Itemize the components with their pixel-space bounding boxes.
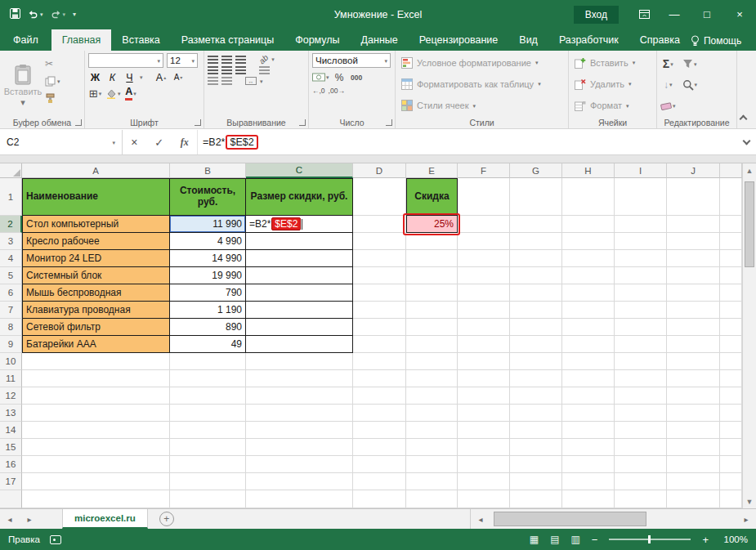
cell-A5[interactable]: Системный блок <box>22 267 170 284</box>
cell-E5[interactable] <box>406 267 458 284</box>
cell-F15[interactable] <box>458 439 510 456</box>
cell-D14[interactable] <box>353 422 406 439</box>
cell-A1[interactable]: Наименование <box>22 178 170 216</box>
cell-H4[interactable] <box>562 250 615 267</box>
close-button[interactable]: × <box>723 0 756 29</box>
cell-B13[interactable] <box>170 405 246 422</box>
font-name-combo[interactable]: ▾ <box>88 53 163 68</box>
cell-F12[interactable] <box>458 387 510 405</box>
cell-B18[interactable] <box>170 490 246 508</box>
cell-J15[interactable] <box>667 439 720 456</box>
tab-2[interactable]: Разметка страницы <box>171 29 284 51</box>
align-top-icon[interactable] <box>208 56 218 64</box>
cell-B9[interactable]: 49 <box>170 336 246 353</box>
cell-I16[interactable] <box>615 456 667 473</box>
cell-G9[interactable] <box>510 336 562 353</box>
clipboard-dialog-launcher-icon[interactable] <box>75 119 82 126</box>
cell-H18[interactable] <box>562 490 615 508</box>
cell-A16[interactable] <box>22 456 170 473</box>
decrease-decimal-icon[interactable]: ,00→ <box>329 87 345 95</box>
cell-D4[interactable] <box>353 250 406 267</box>
new-sheet-button[interactable]: + <box>159 512 174 526</box>
cell-G18[interactable] <box>510 490 562 508</box>
cell-J16[interactable] <box>667 456 720 473</box>
cell-D16[interactable] <box>353 456 406 473</box>
column-header-C[interactable]: C <box>246 163 353 178</box>
column-header-F[interactable]: F <box>458 163 510 178</box>
cell-D17[interactable] <box>353 473 406 490</box>
cell-J3[interactable] <box>667 233 720 250</box>
page-break-view-icon[interactable]: ▥ <box>570 534 579 545</box>
cell-C1[interactable]: Размер скидки, руб. <box>246 178 353 216</box>
cell-E18[interactable] <box>406 490 458 508</box>
cell-H16[interactable] <box>562 456 615 473</box>
page-layout-view-icon[interactable]: ▤ <box>550 534 559 545</box>
cell-D15[interactable] <box>353 439 406 456</box>
italic-button[interactable]: К <box>105 70 119 84</box>
cell-D12[interactable] <box>353 387 406 405</box>
cell-B3[interactable]: 4 990 <box>170 233 246 250</box>
cell-G10[interactable] <box>510 353 562 370</box>
cell-E16[interactable] <box>406 456 458 473</box>
customize-qat-icon[interactable]: ▾ <box>73 11 76 18</box>
cell-F6[interactable] <box>458 284 510 302</box>
fill-color-button[interactable]: ▾ <box>105 87 121 101</box>
tab-7[interactable]: Разработчик <box>548 29 629 51</box>
cell-F14[interactable] <box>458 422 510 439</box>
row-header-6[interactable]: 6 <box>0 284 22 302</box>
horizontal-scroll-thumb[interactable] <box>494 512 646 526</box>
sort-filter-button[interactable]: ▾ <box>682 57 698 71</box>
cell-A8[interactable]: Сетевой фильтр <box>22 319 170 336</box>
cell-F10[interactable] <box>458 353 510 370</box>
cell-I7[interactable] <box>615 302 667 319</box>
cell-J18[interactable] <box>667 490 720 508</box>
insert-cells-button[interactable]: Вставить ▾ <box>572 53 654 72</box>
row-header-5[interactable]: 5 <box>0 267 22 284</box>
cell-E8[interactable] <box>406 319 458 336</box>
copy-button[interactable]: ▾ <box>45 74 60 88</box>
macro-record-icon[interactable] <box>50 535 61 544</box>
cell-E7[interactable] <box>406 302 458 319</box>
cell-F7[interactable] <box>458 302 510 319</box>
cell-J7[interactable] <box>667 302 720 319</box>
merge-center-icon[interactable]: ↔ <box>245 77 257 85</box>
cell-I2[interactable] <box>615 216 667 233</box>
sheet-nav-right-icon[interactable]: ▸ <box>20 509 39 529</box>
formula-input[interactable]: =B2*$E$2 <box>198 130 736 154</box>
cell-C16[interactable] <box>246 456 353 473</box>
tab-8[interactable]: Справка <box>629 29 691 51</box>
comma-style-button[interactable]: 000 <box>350 70 364 84</box>
cell-B4[interactable]: 14 990 <box>170 250 246 267</box>
cell-A7[interactable]: Клавиатура проводная <box>22 302 170 319</box>
tab-6[interactable]: Вид <box>508 29 548 51</box>
cell-H8[interactable] <box>562 319 615 336</box>
cell-I15[interactable] <box>615 439 667 456</box>
redo-button[interactable]: ▾ <box>51 10 66 19</box>
cell-J13[interactable] <box>667 405 720 422</box>
cell-C11[interactable] <box>246 370 353 387</box>
conditional-formatting-button[interactable]: Условное форматирование ▾ <box>399 53 566 72</box>
cell-E15[interactable] <box>406 439 458 456</box>
cell-D8[interactable] <box>353 319 406 336</box>
cell-I1[interactable] <box>615 178 667 216</box>
row-header-18[interactable] <box>0 490 22 508</box>
zoom-in-button[interactable]: + <box>702 534 709 545</box>
scroll-right-icon[interactable]: ▸ <box>736 515 756 524</box>
font-dialog-launcher-icon[interactable] <box>195 119 201 126</box>
horizontal-scrollbar[interactable]: ◂ ▸ <box>470 509 756 529</box>
sheet-nav-left-icon[interactable]: ◂ <box>0 509 20 529</box>
cell-G2[interactable] <box>510 216 562 233</box>
cell-F1[interactable] <box>458 178 510 216</box>
scroll-up-icon[interactable]: ▲ <box>743 163 756 177</box>
cell-A13[interactable] <box>22 405 170 422</box>
format-cells-button[interactable]: Формат ▾ <box>572 96 654 115</box>
cell-I12[interactable] <box>615 387 667 405</box>
cell-I4[interactable] <box>615 250 667 267</box>
scroll-left-icon[interactable]: ◂ <box>471 515 490 524</box>
zoom-slider-handle[interactable] <box>648 535 651 543</box>
cell-H7[interactable] <box>562 302 615 319</box>
cell-D1[interactable] <box>353 178 406 216</box>
orientation-icon[interactable]: ab <box>257 53 271 66</box>
number-format-combo[interactable]: Числовой▾ <box>312 53 391 68</box>
cell-B16[interactable] <box>170 456 246 473</box>
